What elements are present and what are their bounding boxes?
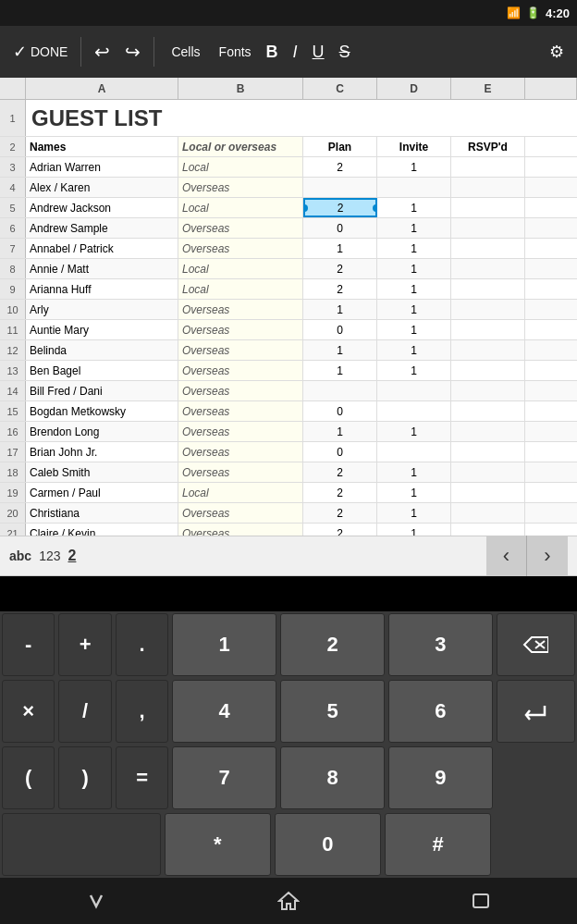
cell-location-4[interactable]: Overseas bbox=[178, 178, 303, 197]
cell-plan-13[interactable]: 1 bbox=[303, 361, 377, 380]
key-9[interactable]: 9 bbox=[388, 746, 493, 809]
key-comma[interactable]: , bbox=[116, 680, 168, 743]
cell-location-19[interactable]: Local bbox=[178, 483, 303, 502]
bold-button[interactable]: B bbox=[261, 39, 284, 66]
cell-plan-3[interactable]: 2 bbox=[303, 157, 377, 177]
cell-invite-10[interactable]: 1 bbox=[377, 300, 451, 319]
cell-location-16[interactable]: Overseas bbox=[178, 422, 303, 441]
cell-plan-12[interactable]: 1 bbox=[303, 340, 377, 360]
cell-location-14[interactable]: Overseas bbox=[178, 381, 303, 400]
cell-invite-20[interactable]: 1 bbox=[377, 503, 451, 523]
cell-plan-16[interactable]: 1 bbox=[303, 422, 377, 441]
header-rsvp[interactable]: RSVP'd bbox=[451, 137, 525, 156]
cell-name-21[interactable]: Claire / Kevin bbox=[26, 524, 178, 536]
cells-button[interactable]: Cells bbox=[162, 41, 205, 63]
cell-location-18[interactable]: Overseas bbox=[178, 462, 303, 482]
cell-name-5[interactable]: Andrew Jackson bbox=[26, 198, 178, 217]
key-plus[interactable]: + bbox=[58, 613, 111, 676]
cell-plan-20[interactable]: 2 bbox=[303, 503, 377, 523]
cell-rsvp-3[interactable] bbox=[451, 157, 525, 177]
cell-name-8[interactable]: Annie / Matt bbox=[26, 259, 178, 278]
cell-location-3[interactable]: Local bbox=[178, 157, 303, 177]
cell-invite-17[interactable] bbox=[377, 442, 451, 462]
cell-rsvp-12[interactable] bbox=[451, 340, 525, 360]
key-backspace[interactable] bbox=[497, 613, 575, 676]
cell-name-3[interactable]: Adrian Warren bbox=[26, 157, 178, 177]
col-header-c[interactable]: C bbox=[303, 78, 377, 99]
cell-location-11[interactable]: Overseas bbox=[178, 320, 303, 339]
cell-invite-14[interactable] bbox=[377, 381, 451, 400]
cell-name-14[interactable]: Bill Fred / Dani bbox=[26, 381, 178, 400]
cell-location-9[interactable]: Local bbox=[178, 279, 303, 299]
recents-button[interactable] bbox=[453, 882, 509, 919]
cell-invite-13[interactable]: 1 bbox=[377, 361, 451, 380]
formula-next-button[interactable]: › bbox=[527, 536, 568, 576]
cell-invite-4[interactable] bbox=[377, 178, 451, 197]
cell-name-7[interactable]: Annabel / Patrick bbox=[26, 239, 178, 258]
cell-rsvp-13[interactable] bbox=[451, 361, 525, 380]
cell-rsvp-10[interactable] bbox=[451, 300, 525, 319]
cell-location-5[interactable]: Local bbox=[178, 198, 303, 217]
cell-plan-15[interactable]: 0 bbox=[303, 401, 377, 421]
cell-invite-7[interactable]: 1 bbox=[377, 239, 451, 258]
cell-rsvp-11[interactable] bbox=[451, 320, 525, 339]
key-3[interactable]: 3 bbox=[388, 613, 493, 676]
key-0[interactable]: 0 bbox=[275, 813, 381, 876]
cell-location-17[interactable]: Overseas bbox=[178, 442, 303, 462]
cell-plan-5[interactable]: 2 bbox=[303, 198, 377, 217]
header-invite[interactable]: Invite bbox=[377, 137, 451, 156]
cell-invite-11[interactable]: 1 bbox=[377, 320, 451, 339]
cell-name-16[interactable]: Brendon Long bbox=[26, 422, 178, 441]
key-6[interactable]: 6 bbox=[388, 680, 493, 743]
key-7[interactable]: 7 bbox=[172, 746, 276, 809]
cell-plan-7[interactable]: 1 bbox=[303, 239, 377, 258]
key-8[interactable]: 8 bbox=[280, 746, 385, 809]
cell-location-13[interactable]: Overseas bbox=[178, 361, 303, 380]
cell-invite-3[interactable]: 1 bbox=[377, 157, 451, 177]
col-header-e[interactable]: E bbox=[451, 78, 525, 99]
key-asterisk[interactable]: * bbox=[165, 813, 271, 876]
cell-rsvp-5[interactable] bbox=[451, 198, 525, 217]
cell-location-15[interactable]: Overseas bbox=[178, 401, 303, 421]
cell-name-11[interactable]: Auntie Mary bbox=[26, 320, 178, 339]
cell-name-17[interactable]: Brian John Jr. bbox=[26, 442, 178, 462]
cell-plan-18[interactable]: 2 bbox=[303, 462, 377, 482]
italic-button[interactable]: I bbox=[288, 39, 303, 66]
key-hash[interactable]: # bbox=[385, 813, 491, 876]
key-multiply[interactable]: × bbox=[2, 680, 55, 743]
cell-rsvp-8[interactable] bbox=[451, 259, 525, 278]
cell-plan-11[interactable]: 0 bbox=[303, 320, 377, 339]
cell-plan-19[interactable]: 2 bbox=[303, 483, 377, 502]
cell-rsvp-4[interactable] bbox=[451, 178, 525, 197]
cell-rsvp-20[interactable] bbox=[451, 503, 525, 523]
header-location[interactable]: Local or overseas bbox=[178, 137, 303, 156]
more-button[interactable]: ⚙ bbox=[544, 38, 570, 66]
key-dot[interactable]: . bbox=[116, 613, 168, 676]
undo-button[interactable]: ↩ bbox=[89, 37, 116, 67]
cell-invite-6[interactable]: 1 bbox=[377, 218, 451, 238]
cell-name-4[interactable]: Alex / Karen bbox=[26, 178, 178, 197]
strikethrough-button[interactable]: S bbox=[334, 39, 356, 66]
key-5[interactable]: 5 bbox=[280, 680, 385, 743]
cell-name-12[interactable]: Belinda bbox=[26, 340, 178, 360]
key-equals[interactable]: = bbox=[116, 746, 168, 809]
home-button[interactable] bbox=[261, 882, 316, 919]
cell-plan-14[interactable] bbox=[303, 381, 377, 400]
col-header-d[interactable]: D bbox=[377, 78, 451, 99]
cell-invite-18[interactable]: 1 bbox=[377, 462, 451, 482]
formula-prev-button[interactable]: ‹ bbox=[486, 536, 527, 576]
cell-location-21[interactable]: Overseas bbox=[178, 524, 303, 536]
cell-name-13[interactable]: Ben Bagel bbox=[26, 361, 178, 380]
key-divide[interactable]: / bbox=[58, 680, 111, 743]
cell-plan-8[interactable]: 2 bbox=[303, 259, 377, 278]
key-2[interactable]: 2 bbox=[280, 613, 385, 676]
cell-invite-12[interactable]: 1 bbox=[377, 340, 451, 360]
cell-invite-16[interactable]: 1 bbox=[377, 422, 451, 441]
cell-location-8[interactable]: Local bbox=[178, 259, 303, 278]
cell-name-20[interactable]: Christiana bbox=[26, 503, 178, 523]
done-button[interactable]: ✓ DONE bbox=[7, 38, 73, 66]
cell-rsvp-9[interactable] bbox=[451, 279, 525, 299]
cell-rsvp-6[interactable] bbox=[451, 218, 525, 238]
col-header-a[interactable]: A bbox=[26, 78, 178, 99]
cell-name-9[interactable]: Arianna Huff bbox=[26, 279, 178, 299]
